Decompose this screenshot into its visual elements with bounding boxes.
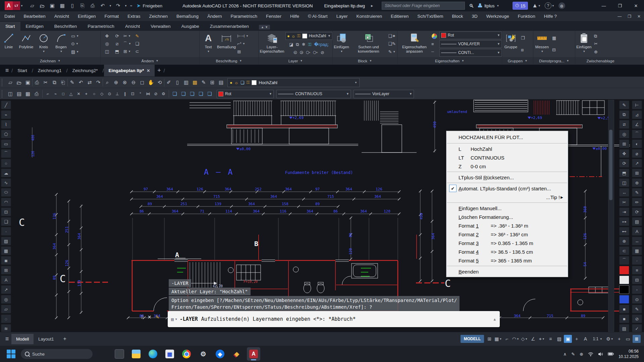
vertical-scrollbar[interactable]	[608, 100, 614, 332]
menu-item-7[interactable]: Zeichnen	[145, 12, 172, 20]
insert-block-icon[interactable]: ⊡	[1, 207, 11, 216]
menu-item-17[interactable]: Sch/Txt/Bem	[413, 12, 447, 20]
layer-match-icon[interactable]: ⧀	[293, 49, 297, 56]
object-snap-icon[interactable]: ⌖▼	[538, 335, 546, 343]
context-menu-item-format-5[interactable]: Format 5=> 365 - 1365 mm	[446, 256, 568, 265]
zoom-scale-icon[interactable]: ⊗	[120, 78, 129, 86]
quickcalc-icon[interactable]: ⊟	[632, 276, 642, 284]
color-wheel-icon[interactable]	[431, 33, 437, 40]
menu-item-18[interactable]: Block	[448, 12, 468, 20]
redo-icon[interactable]: ↷	[94, 78, 103, 86]
taskbar-search[interactable]: Suche	[21, 349, 93, 359]
model-layout-icon[interactable]: ▤	[15, 90, 23, 98]
layer-previous-icon[interactable]: ⧁	[300, 49, 303, 56]
make-block-icon[interactable]: ❑	[1, 217, 11, 226]
taskbar-edge[interactable]	[146, 347, 160, 361]
context-menu-item-ltplus-stil-r-cksetzen[interactable]: LTplus-Stil Rücksetzen...	[446, 173, 568, 182]
context-menu-item-format-4[interactable]: Format 4=> 36.5 - 136.5 cm	[446, 247, 568, 256]
rotate-icon[interactable]: ⟳	[619, 159, 629, 168]
array-tool-icon[interactable]: ⊞▼	[123, 48, 131, 55]
polyline-icon[interactable]: ⌇	[1, 120, 11, 129]
text-style-icon[interactable]: A	[632, 227, 642, 236]
table-icon[interactable]: ⊞	[208, 78, 217, 86]
autodesk-caret-icon[interactable]: ▼	[538, 4, 541, 7]
tolerance-icon[interactable]: ⊞	[632, 169, 642, 177]
blend-icon[interactable]: ■	[619, 305, 629, 313]
doc-switch-icon[interactable]: ▶	[371, 4, 373, 7]
context-menu-tip-item[interactable]: ...Tip !▶	[446, 193, 568, 201]
block-attrib-icon[interactable]: ✎▼	[388, 48, 396, 55]
ribbon-tab-parametrisch[interactable]: Parametrisch	[82, 22, 120, 31]
gradient-icon[interactable]: ▩	[1, 246, 11, 255]
layer-isolate-icon[interactable]: ⧉	[296, 41, 299, 48]
block-edit-icon[interactable]: ❑✎	[388, 41, 396, 47]
offset-icon[interactable]: ◎	[619, 130, 629, 138]
text-tool[interactable]: A Text ▼	[200, 31, 217, 57]
quickcalc-icon[interactable]: ⊟	[552, 47, 556, 53]
user-account-button[interactable]: 👤︎ ltplus ▼	[477, 3, 499, 9]
open-folder-icon[interactable]: 🗁	[38, 2, 47, 10]
ribbon-tab-beschriften[interactable]: Beschriften	[49, 22, 83, 31]
zoom-in-icon[interactable]: ⊕	[112, 78, 120, 86]
toolbar-linetype-combo[interactable]: CONTINUOUS ▼	[276, 90, 351, 98]
layer-walk-icon[interactable]: ❏	[170, 90, 179, 98]
erase-tool-icon[interactable]: ✎	[136, 33, 139, 40]
block-create-icon[interactable]: ❑✦	[388, 33, 396, 40]
taskbar-store-app[interactable]: ▦	[163, 347, 176, 361]
mtext-icon[interactable]: A	[1, 276, 11, 284]
layer-walk-icon[interactable]: ⧂	[306, 49, 310, 56]
taskbar-settings[interactable]: ⚙	[197, 347, 210, 361]
menu-item-4[interactable]: Einfügen	[73, 12, 100, 20]
panel-label-gruppen[interactable]: Gruppen▼	[502, 57, 533, 65]
menu-item-1[interactable]: Datei	[0, 12, 19, 20]
table-icon[interactable]: ⊞	[237, 48, 249, 55]
leader-icon[interactable]: ⌐°▼	[237, 41, 249, 47]
fillet-tool-icon[interactable]: ⌒▼	[123, 41, 131, 47]
qleader-icon[interactable]: ↗	[632, 159, 642, 168]
share-button[interactable]: ➤ Freigeben	[137, 3, 162, 9]
new-drawing-tab-button[interactable]: +	[155, 67, 163, 75]
layer-lock-icon[interactable]: ⚿︎	[308, 41, 311, 48]
boundary-icon[interactable]: ◌	[1, 314, 11, 323]
tray-speaker-icon[interactable]	[598, 352, 603, 356]
open-from-mobile-icon[interactable]: ▯	[68, 2, 77, 10]
hatch-tool-icon[interactable]: ▨ ▼	[71, 48, 79, 55]
nearest-icon[interactable]: ⋈	[144, 90, 152, 98]
minimize-button[interactable]: —	[596, 0, 612, 11]
help-icon[interactable]: ?	[545, 2, 551, 9]
toolbar1-grip[interactable]	[2, 79, 4, 86]
feedback-icon[interactable]: ◍	[558, 2, 565, 9]
panel-label-dienstprogramme[interactable]: Dienstprogra...▼	[533, 57, 575, 65]
ribbon-tab-zusammenarbeiten[interactable]: Zusammenarbeiten	[205, 22, 254, 31]
plot-preview-icon[interactable]: ⎙	[32, 90, 41, 98]
selection-cycling-icon[interactable]: ▣	[564, 335, 572, 343]
polyline-tool[interactable]: Polylinie	[17, 31, 35, 57]
taskbar-clock[interactable]: 06:56 10.12.2025	[619, 349, 639, 359]
dim-arc-icon[interactable]: ⌒	[632, 130, 642, 138]
stretch-icon[interactable]: ◫	[619, 178, 629, 187]
break-icon[interactable]: ⊷	[619, 227, 629, 236]
help-caret-icon[interactable]: ▼	[552, 4, 554, 7]
polar-tracking-icon[interactable]: ◠▼	[512, 335, 520, 343]
color-swatch-blue[interactable]	[619, 295, 629, 304]
redo-small-icon[interactable]: ⇄	[85, 78, 94, 86]
list-icon[interactable]: ≡	[632, 266, 642, 275]
paste-icon[interactable]: ⎗	[59, 78, 67, 86]
arc-tool[interactable]: Bogen ▼	[52, 31, 70, 57]
quick-select-icon[interactable]: ▦	[552, 35, 556, 42]
panel-label-zeichnen[interactable]: Zeichnen▼	[0, 57, 101, 65]
transparency-icon[interactable]: ▨	[555, 335, 563, 343]
taskbar-app-terminal[interactable]	[113, 347, 126, 361]
redo-icon[interactable]: ↷	[114, 2, 122, 10]
doc-minimize-button[interactable]: —	[618, 14, 622, 19]
layer-off-icon[interactable]: ❏	[205, 90, 214, 98]
annotation-visibility-icon[interactable]: A	[581, 335, 589, 343]
model-tab[interactable]: Modell	[11, 334, 34, 344]
autocad-logo[interactable]: A LT	[5, 1, 20, 10]
zoom-window-icon[interactable]: ◻	[138, 78, 147, 86]
layer-delete-icon[interactable]: ⊘	[321, 49, 324, 56]
menu-item-15[interactable]: Konstruieren	[352, 12, 386, 20]
toolbar-layer-combo[interactable]: ● ☼ ❏ ⚿︎ HochZahl ▼	[227, 78, 360, 87]
none-icon[interactable]: ⊘	[152, 90, 160, 98]
menu-item-10[interactable]: Parametrisch	[226, 12, 262, 20]
